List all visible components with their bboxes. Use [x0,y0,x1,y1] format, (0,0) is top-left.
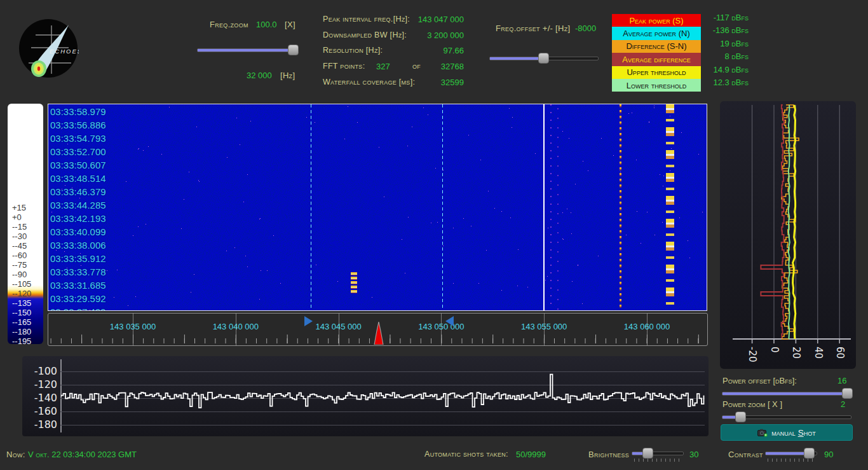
waterfall-timestamp: 03:33:50.607 [50,159,106,172]
stat-downsampled-bw: Downsampled BW [Hz]: 3 200 000 [323,31,464,41]
legend-average-difference[interactable]: Average difference [612,53,701,66]
freq-span-unit: [Hz] [280,71,295,80]
interval-shuttle-left-icon[interactable] [445,316,454,326]
freq-tick-label: 143 060 000 [609,322,685,331]
freq-tick-label: 143 055 000 [506,322,582,331]
stat-resolution: Resolution [Hz]: 97.66 [323,46,464,56]
legend-average-power[interactable]: Average power (N) [612,27,701,39]
freq-tick-label: 143 050 000 [403,322,479,331]
side-x-tick: 40 [813,347,824,359]
freq-zoom-slider-track[interactable] [197,48,297,52]
power-zoom-value: 2 [841,399,845,409]
scale-label: --15 [12,222,41,232]
scale-label: --195 [12,336,41,346]
freq-zoom-value: 100.0 [256,20,277,29]
scale-label: --180 [12,327,41,336]
auto-shots-label: Automatic shots taken: [424,450,508,459]
scale-label: --165 [12,317,41,327]
stat-fft-points: FFT points: 327 of 32768 [323,62,464,72]
peak-frequency-marker [372,322,385,345]
freq-offset-slider-thumb[interactable] [538,53,549,64]
reading-average-power: -136 dBfs [699,25,749,38]
spectrum-y-tick: -160 [22,406,57,417]
echoes-logo: ECHOES [18,18,79,79]
spectrum-y-tick: -180 [22,420,57,430]
weak-signal-speckle-column [550,104,552,310]
waterfall-timestamp: 03:33:31.685 [50,279,106,293]
legend-difference[interactable]: Difference (S-N) [612,40,701,53]
spectrum-y-tick: -140 [22,393,57,403]
power-offset-value: 16 [837,376,846,385]
power-zoom-label: Power zoom [ X ] [722,399,782,409]
waterfall-timestamp: 03:33:29.592 [50,293,106,306]
scale-label: --45 [12,241,41,251]
contrast-slider[interactable] [765,448,817,458]
weak-signal-speckle-column [557,104,559,310]
instant-power-graph: -20 0 20 40 60 [720,101,856,369]
echoes-app-window: ECHOES Freq.zoom 100.0 [X] 32 000 [Hz] P… [0,0,868,470]
freq-zoom-slider-thumb[interactable] [288,45,299,55]
stat-peak-interval-freq: Peak interval freq.[Hz]: 143 047 000 [323,15,464,25]
contrast-value: 90 [824,450,833,459]
power-color-scale: +15 +0 --15 --30 --45 --60 --75 --90 --1… [8,104,43,344]
power-offset-slider-track[interactable] [722,392,851,396]
waterfall-timestamp: 03:33:38.006 [50,239,106,252]
waterfall-timestamp: 03:33:40.099 [50,226,106,239]
legend-lower-threshold[interactable]: Lower threshold [612,79,701,92]
waterfall-display[interactable]: 03:33:58.979 03:33:56.886 03:33:54.793 0… [48,104,707,311]
scale-label: --135 [12,298,41,308]
carrier-white-line [543,104,545,310]
scale-label: +15 [12,203,41,212]
waterfall-timestamp: 03:33:27.499 [50,306,106,311]
freq-zoom-slider[interactable] [197,45,297,55]
power-zoom-slider-thumb[interactable] [735,411,746,422]
waterfall-timestamp: 03:33:54.793 [50,132,106,146]
side-x-tick: 60 [834,347,846,359]
power-offset-slider-thumb[interactable] [842,388,853,399]
reading-upper-threshold: 14.9 dBfs [699,65,749,78]
spectrum-y-tick: -100 [22,366,57,377]
legend-peak-power[interactable]: Peak power (S) [612,14,701,27]
contrast-label: Contrast [728,450,763,459]
freq-offset-slider[interactable] [489,53,599,63]
brightness-slider[interactable] [632,448,684,458]
manual-shot-button[interactable]: manual Shot [721,424,853,441]
waterfall-timestamp: 03:33:44.285 [50,199,106,212]
camera-icon [757,429,768,437]
spectrum-y-tick: -120 [22,380,57,390]
power-spectrum-panel: -100 -120 -140 -160 -180 [22,356,709,436]
side-x-tick: 20 [790,347,802,359]
scale-label: --120 [12,289,41,298]
frequency-ruler[interactable]: 143 035 000 143 040 000 143 045 000 143 … [48,313,708,346]
brightness-ticks [634,459,682,462]
waterfall-timestamp: 03:33:42.193 [50,212,106,226]
freq-offset-value: -8000 [575,24,596,33]
freq-zoom-unit: [X] [285,20,295,29]
interval-marker-right-dashed-line [442,104,443,310]
reading-peak-power: -117 dBfs [699,13,749,25]
power-offset-slider[interactable] [722,388,851,398]
waterfall-timestamp: 03:33:35.912 [50,252,106,266]
contrast-ticks [768,459,816,462]
brightness-slider-thumb[interactable] [642,448,653,459]
spectrum-trace [61,356,706,436]
legend-upper-threshold[interactable]: Upper threshold [612,66,701,79]
waterfall-timestamp: 03:33:48.514 [50,172,106,186]
strong-interference-column [666,104,674,310]
reading-lower-threshold: 12.3 dBfs [699,78,749,90]
waterfall-noise [48,104,707,310]
waterfall-timestamp: 03:33:52.700 [50,146,106,159]
scale-label: +0 [12,212,41,222]
now-datetime: V окт. 22 03:34:00 2023 GMT [28,450,137,459]
contrast-slider-thumb[interactable] [804,448,815,459]
legend-readings: -117 dBfs -136 dBfs 19 dBfs 8 dBfs 14.9 … [699,13,749,90]
power-zoom-slider[interactable] [722,411,851,422]
brightness-slider-track[interactable] [632,452,684,455]
now-label: Now: [6,450,25,459]
freq-tick-label: 143 040 000 [198,322,274,331]
scale-label: --75 [12,260,41,270]
scale-label: --105 [12,279,41,289]
interval-shuttle-right-icon[interactable] [304,316,313,326]
power-offset-label: Power offset [dBfs]: [722,376,797,385]
side-x-tick: -20 [747,347,758,363]
